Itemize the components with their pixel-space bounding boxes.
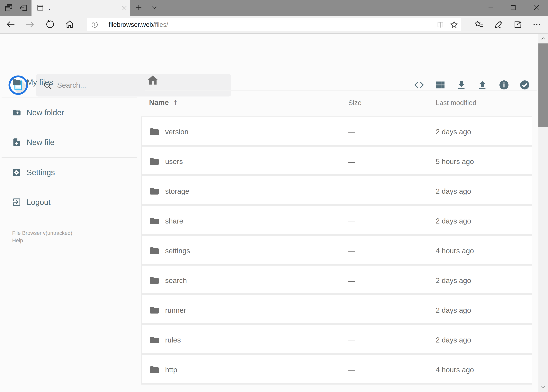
refresh-button[interactable]: [42, 16, 58, 33]
scrollbar-thumb[interactable]: [538, 43, 548, 127]
sidebar-item-new-file[interactable]: New file: [0, 134, 137, 150]
home-icon: [65, 19, 75, 30]
file-modified: 2 days ago: [436, 306, 471, 315]
site-info-icon[interactable]: [87, 18, 102, 31]
sort-ascending-icon: ↑: [173, 97, 178, 107]
sidebar-divider: [1, 157, 137, 158]
file-name: settings: [165, 247, 190, 255]
tab-list-button[interactable]: [147, 0, 162, 16]
shell-toggle-button[interactable]: [414, 80, 424, 91]
web-note-button[interactable]: [491, 16, 507, 33]
column-header-modified[interactable]: Last modified: [436, 99, 476, 107]
file-row[interactable]: share — 2 days ago: [142, 206, 532, 236]
file-modified: 4 hours ago: [436, 247, 474, 255]
download-button[interactable]: [456, 80, 467, 91]
url-path: /files/: [153, 21, 168, 28]
minimize-button[interactable]: [481, 0, 501, 16]
sidebar-item-logout[interactable]: Logout: [0, 194, 137, 210]
maximize-icon: [510, 5, 516, 11]
select-multiple-button[interactable]: [520, 80, 530, 91]
file-modified: 5 hours ago: [436, 158, 474, 166]
page-favicon-icon: [36, 4, 44, 13]
file-name: rules: [165, 336, 181, 344]
new-file-icon: [12, 137, 21, 147]
file-listing: version — 2 days ago users — 5 hours ago…: [141, 116, 532, 385]
file-row[interactable]: runner — 2 days ago: [142, 295, 532, 325]
close-window-button[interactable]: [526, 0, 547, 16]
minimize-icon: [488, 5, 494, 11]
file-size: —: [348, 366, 355, 374]
url-host: filebrowser.web: [109, 21, 153, 28]
reading-view-button[interactable]: [434, 18, 447, 31]
file-modified: 2 days ago: [436, 277, 471, 285]
home-button[interactable]: [62, 16, 78, 33]
folder-icon: [12, 77, 21, 87]
forward-arrow-icon: [25, 19, 35, 30]
forward-button[interactable]: [22, 16, 38, 33]
folder-icon: [149, 186, 160, 198]
folder-icon: [149, 245, 160, 257]
sidebar-item-label: Settings: [27, 168, 55, 177]
file-row[interactable]: users — 5 hours ago: [142, 147, 532, 176]
column-header-size[interactable]: Size: [348, 99, 361, 107]
file-row[interactable]: storage — 2 days ago: [142, 176, 532, 206]
pen-icon: [494, 20, 503, 30]
chevron-down-icon: [151, 4, 158, 12]
back-button[interactable]: [3, 16, 19, 33]
column-header-name[interactable]: Name: [149, 98, 169, 107]
file-size: —: [348, 336, 355, 344]
address-bar[interactable]: filebrowser.web/files/: [87, 18, 461, 31]
file-size: —: [348, 188, 355, 195]
scroll-up-icon[interactable]: [538, 34, 548, 43]
home-breadcrumb-icon: [146, 74, 159, 87]
file-size: —: [348, 128, 355, 136]
tab-close-button[interactable]: [118, 0, 130, 16]
page-scrollbar[interactable]: [538, 34, 548, 392]
file-name: http: [165, 366, 177, 374]
breadcrumb-home-button[interactable]: [146, 74, 159, 87]
file-name: version: [165, 128, 188, 136]
set-tabs-aside-button[interactable]: [16, 0, 31, 16]
sidebar-item-label: New file: [27, 138, 54, 147]
file-row[interactable]: version — 2 days ago: [142, 117, 532, 147]
browser-menu-button[interactable]: [529, 16, 545, 33]
browser-titlebar: .: [0, 0, 548, 16]
sidebar-item-settings[interactable]: Settings: [0, 165, 137, 180]
plus-icon: [135, 4, 142, 12]
app-version-text: File Browser v(untracked): [12, 230, 72, 236]
url-text: filebrowser.web/files/: [109, 21, 434, 28]
file-modified: 2 days ago: [436, 187, 471, 196]
favorite-star-button[interactable]: [447, 18, 461, 31]
listing-column-headers: Name ↑ Size Last modified: [0, 97, 548, 110]
upload-button[interactable]: [477, 80, 487, 91]
grid-view-button[interactable]: [435, 80, 446, 91]
file-row[interactable]: http — 4 hours ago: [142, 355, 532, 385]
help-link[interactable]: Help: [12, 237, 72, 244]
tab-preview-button[interactable]: [1, 0, 16, 16]
sidebar-item-my-files[interactable]: My files: [0, 74, 137, 90]
new-tab-button[interactable]: [131, 0, 146, 16]
info-button[interactable]: [499, 80, 509, 91]
scroll-down-icon[interactable]: [538, 382, 548, 392]
settings-gear-icon: [12, 168, 21, 177]
folder-icon: [149, 126, 160, 138]
file-name: search: [165, 277, 187, 285]
close-icon: [533, 5, 539, 11]
file-modified: 2 days ago: [436, 128, 471, 136]
file-name: storage: [165, 187, 189, 196]
browser-window: .: [0, 0, 548, 392]
file-row[interactable]: search — 2 days ago: [142, 266, 532, 295]
file-row[interactable]: settings — 4 hours ago: [142, 236, 532, 266]
file-modified: 2 days ago: [436, 217, 471, 225]
share-button[interactable]: [510, 16, 526, 33]
file-size: —: [348, 247, 355, 255]
grid-view-icon: [435, 79, 446, 91]
favorites-hub-button[interactable]: [471, 16, 487, 33]
file-size: —: [348, 277, 355, 285]
browser-tab[interactable]: .: [32, 0, 130, 16]
file-size: —: [348, 158, 355, 166]
sidebar-item-label: Logout: [27, 198, 50, 207]
file-row[interactable]: rules — 2 days ago: [142, 325, 532, 355]
maximize-button[interactable]: [503, 0, 523, 16]
back-arrow-icon: [6, 19, 16, 30]
